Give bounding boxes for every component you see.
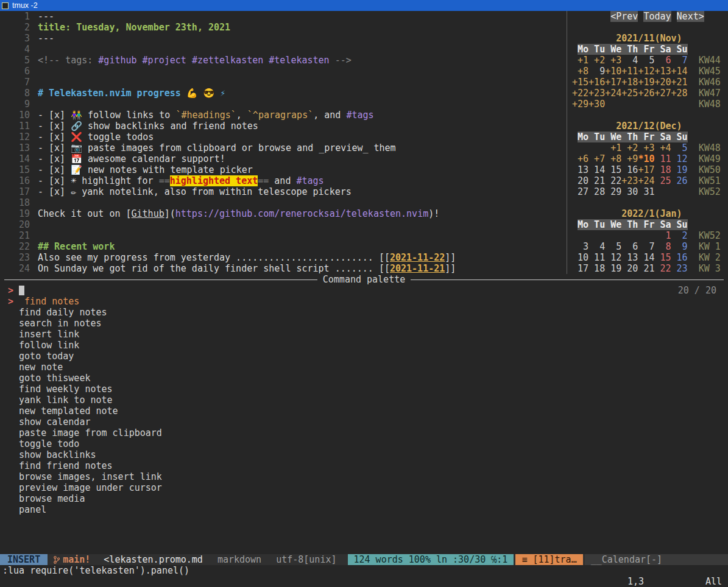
calendar-day[interactable]: 5 [605, 241, 621, 252]
calendar-day[interactable]: 4 [621, 55, 638, 66]
palette-item[interactable]: paste image from clipboard [0, 427, 728, 438]
palette-item[interactable]: yank link to note [0, 395, 728, 406]
calendar-day[interactable]: 6 [654, 55, 671, 66]
calendar-day[interactable]: +4 [654, 142, 671, 153]
calendar-day[interactable]: 12 [605, 252, 621, 263]
calendar-day[interactable]: 28 [588, 186, 605, 197]
calendar-day[interactable]: 22 [654, 263, 671, 274]
calendar-day[interactable]: +12 [638, 66, 654, 77]
cal-next-button[interactable]: Next> [677, 11, 704, 22]
palette-item[interactable]: show backlinks [0, 449, 728, 460]
calendar-day[interactable]: +15 [572, 77, 588, 88]
calendar-day[interactable]: 13 [621, 252, 638, 263]
calendar-day[interactable]: 20 [621, 263, 638, 274]
calendar-day[interactable]: +26 [638, 88, 654, 99]
calendar-day[interactable]: 31 [638, 186, 654, 197]
calendar-day[interactable]: 18 [654, 164, 671, 175]
calendar-day[interactable]: 29 [605, 186, 621, 197]
calendar-day[interactable]: 11 [654, 153, 671, 164]
calendar-day[interactable]: 25 [654, 175, 671, 186]
calendar-day[interactable]: 9 [588, 66, 605, 77]
calendar-day[interactable]: 5 [671, 142, 688, 153]
calendar-day[interactable]: 17 [572, 263, 588, 274]
note-link-2021-11-21[interactable]: 2021-11-21 [390, 263, 445, 274]
calendar-day[interactable]: +17 [638, 164, 654, 175]
calendar-day[interactable]: +30 [588, 99, 605, 110]
calendar-day[interactable]: +20 [654, 77, 671, 88]
palette-prompt[interactable]: > 20 / 20 [0, 285, 728, 296]
calendar-day[interactable]: +23 [621, 175, 638, 186]
calendar-day[interactable]: 14 [588, 164, 605, 175]
calendar-day[interactable]: 8 [654, 241, 671, 252]
calendar-day[interactable]: +3 [605, 55, 621, 66]
palette-item[interactable]: follow link [0, 340, 728, 351]
tag-project[interactable]: #project [143, 55, 186, 66]
palette-item[interactable]: > find notes [0, 296, 728, 307]
palette-item[interactable]: new templated note [0, 406, 728, 417]
palette-item[interactable]: toggle todo [0, 438, 728, 449]
calendar-day[interactable]: 21 [638, 263, 654, 274]
palette-item[interactable]: find daily notes [0, 307, 728, 318]
palette-item[interactable]: find weekly notes [0, 384, 728, 395]
calendar-day[interactable]: +18 [621, 77, 638, 88]
calendar-day[interactable]: +7 [588, 153, 605, 164]
palette-item[interactable]: browse images, insert link [0, 471, 728, 482]
calendar-day[interactable]: 3 [572, 241, 588, 252]
tag-tags[interactable]: #tags [346, 110, 373, 121]
palette-item[interactable]: panel [0, 504, 728, 515]
calendar-day[interactable]: 19 [671, 164, 688, 175]
calendar-day[interactable]: 12 [671, 153, 688, 164]
calendar-day[interactable]: 6 [621, 241, 638, 252]
cal-prev-button[interactable]: <Prev [610, 11, 638, 22]
calendar-day[interactable]: 4 [588, 241, 605, 252]
calendar-day[interactable]: 20 [572, 175, 588, 186]
palette-item[interactable]: insert link [0, 329, 728, 340]
calendar-day[interactable]: +21 [671, 77, 688, 88]
calendar-day[interactable]: +16 [588, 77, 605, 88]
palette-item[interactable]: find friend notes [0, 460, 728, 471]
calendar-day[interactable]: +1 [605, 142, 621, 153]
calendar-day[interactable]: 10 [572, 252, 588, 263]
calendar-day[interactable]: +11 [621, 66, 638, 77]
calendar-day[interactable]: 14 [638, 252, 654, 263]
calendar-day[interactable]: +2 [621, 142, 638, 153]
calendar-day[interactable]: 5 [638, 55, 654, 66]
palette-item[interactable]: browse media [0, 493, 728, 504]
calendar-day[interactable]: *10 [638, 153, 654, 164]
calendar-day[interactable]: 2 [671, 230, 688, 241]
calendar-day[interactable]: +9 [621, 153, 638, 164]
calendar-day[interactable]: +29 [572, 99, 588, 110]
palette-item[interactable]: show calendar [0, 417, 728, 427]
palette-item[interactable]: goto thisweek [0, 373, 728, 384]
palette-item[interactable]: preview image under cursor [0, 482, 728, 493]
editor-buffer[interactable]: 1---2title: Tuesday, November 23th, 2021… [0, 11, 567, 274]
calendar-day[interactable]: +1 [572, 55, 588, 66]
note-link-2021-11-22[interactable]: 2021-11-22 [390, 252, 445, 263]
palette-item[interactable]: goto today [0, 351, 728, 362]
cal-today-button[interactable]: Today [643, 11, 671, 22]
tag-zettelkasten[interactable]: #zettelkasten [192, 55, 263, 66]
github-link[interactable]: Github [132, 208, 164, 219]
calendar-day[interactable]: +27 [654, 88, 671, 99]
calendar-day[interactable]: +8 [605, 153, 621, 164]
calendar-day[interactable]: +13 [654, 66, 671, 77]
calendar-day[interactable]: 23 [671, 263, 688, 274]
tag-tags[interactable]: #tags [296, 175, 323, 186]
calendar-day[interactable]: 16 [621, 164, 638, 175]
calendar-day[interactable]: 27 [572, 186, 588, 197]
calendar-day[interactable]: 7 [671, 55, 688, 66]
calendar-day[interactable]: +8 [572, 66, 588, 77]
calendar-day[interactable]: 19 [605, 263, 621, 274]
calendar-day[interactable]: +28 [671, 88, 688, 99]
calendar-day[interactable]: 18 [588, 263, 605, 274]
calendar-day[interactable]: +25 [621, 88, 638, 99]
calendar-day[interactable]: 9 [671, 241, 688, 252]
calendar-day[interactable]: 21 [588, 175, 605, 186]
calendar-day[interactable]: +10 [605, 66, 621, 77]
palette-item[interactable]: new note [0, 362, 728, 373]
calendar-day[interactable]: 15 [605, 164, 621, 175]
calendar-day[interactable]: 11 [588, 252, 605, 263]
calendar-day[interactable]: 13 [572, 164, 588, 175]
calendar-day[interactable]: +17 [605, 77, 621, 88]
calendar-day[interactable]: 30 [621, 186, 638, 197]
